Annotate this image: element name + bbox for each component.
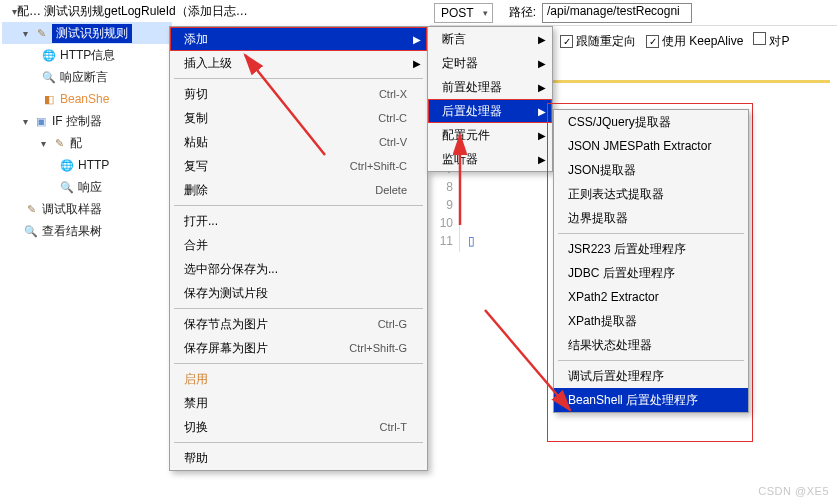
- pp-status[interactable]: 结果状态处理器: [554, 333, 748, 357]
- submenu-assert[interactable]: 断言▶: [428, 27, 552, 51]
- chevron-right-icon: ▶: [413, 58, 421, 69]
- pp-json[interactable]: JSON提取器: [554, 158, 748, 182]
- menu-open[interactable]: 打开...: [170, 209, 427, 233]
- tree-item-if[interactable]: ▾▣IF 控制器: [2, 110, 172, 132]
- method-dropdown[interactable]: POST: [434, 3, 493, 23]
- menu-save-frag[interactable]: 保存为测试片段: [170, 281, 427, 305]
- submenu-config[interactable]: 配置元件▶: [428, 123, 552, 147]
- if-icon: ▣: [33, 113, 49, 129]
- menu-separator: [174, 205, 423, 206]
- tree-item-http2[interactable]: 🌐HTTP: [2, 154, 172, 176]
- pp-debug[interactable]: 调试后置处理程序: [554, 364, 748, 388]
- pp-xpath2[interactable]: XPath2 Extractor: [554, 285, 748, 309]
- submenu-listener[interactable]: 监听器▶: [428, 147, 552, 171]
- menu-delete[interactable]: 删除Delete: [170, 178, 427, 202]
- tree-item-resp[interactable]: 🔍响应: [2, 176, 172, 198]
- menu-save-node[interactable]: 保存节点为图片Ctrl-G: [170, 312, 427, 336]
- menu-separator: [174, 363, 423, 364]
- submenu-pre[interactable]: 前置处理器▶: [428, 75, 552, 99]
- pp-jdbc[interactable]: JDBC 后置处理程序: [554, 261, 748, 285]
- watermark: CSDN @XE5: [758, 485, 829, 497]
- tree-item-results[interactable]: 🔍查看结果树: [2, 220, 172, 242]
- pp-jsr[interactable]: JSR223 后置处理程序: [554, 237, 748, 261]
- menu-separator: [174, 308, 423, 309]
- submenu-timer[interactable]: 定时器▶: [428, 51, 552, 75]
- menu-help[interactable]: 帮助: [170, 446, 427, 470]
- checkbox-icon: ✓: [560, 35, 573, 48]
- chevron-right-icon: ▶: [413, 34, 421, 45]
- pp-jmes[interactable]: JSON JMESPath Extractor: [554, 134, 748, 158]
- pp-regex[interactable]: 正则表达式提取器: [554, 182, 748, 206]
- tree-item-selected[interactable]: ▾✎测试识别规则: [2, 22, 172, 44]
- magnify-icon: 🔍: [23, 223, 39, 239]
- tree-item-bean[interactable]: ◧BeanShe: [2, 88, 172, 110]
- tree-panel: ▾配… 测试识别规getLogRuleId（添加日志… ▾✎测试识别规则 🌐HT…: [2, 0, 172, 242]
- menu-save-sel[interactable]: 选中部分保存为...: [170, 257, 427, 281]
- submenu-postprocessor: CSS/JQuery提取器 JSON JMESPath Extractor JS…: [553, 109, 749, 413]
- pp-boundary[interactable]: 边界提取器: [554, 206, 748, 230]
- pencil-icon: ✎: [51, 135, 67, 151]
- tree-item-debug[interactable]: ✎调试取样器: [2, 198, 172, 220]
- globe-icon: 🌐: [41, 47, 57, 63]
- submenu-add: 断言▶ 定时器▶ 前置处理器▶ 后置处理器▶ 配置元件▶ 监听器▶: [427, 26, 553, 172]
- pencil-icon: ✎: [23, 201, 39, 217]
- menu-insert[interactable]: 插入上级▶: [170, 51, 427, 75]
- checkbox-icon: ✓: [646, 35, 659, 48]
- opt-multipart[interactable]: 对P: [753, 32, 789, 50]
- menu-separator: [558, 360, 744, 361]
- pencil-icon: ✎: [33, 25, 49, 41]
- menu-save-screen[interactable]: 保存屏幕为图片Ctrl+Shift-G: [170, 336, 427, 360]
- tree-item-assert[interactable]: 🔍响应断言: [2, 66, 172, 88]
- route-input[interactable]: /api/manage/testRecogni: [542, 3, 692, 23]
- opt-redirect[interactable]: ✓跟随重定向: [560, 33, 636, 50]
- menu-separator: [174, 78, 423, 79]
- globe-icon: 🌐: [59, 157, 75, 173]
- opt-keepalive[interactable]: ✓使用 KeepAlive: [646, 33, 743, 50]
- menu-paste[interactable]: 粘贴Ctrl-V: [170, 130, 427, 154]
- magnify-icon: 🔍: [41, 69, 57, 85]
- menu-copy[interactable]: 复制Ctrl-C: [170, 106, 427, 130]
- menu-cut[interactable]: 剪切Ctrl-X: [170, 82, 427, 106]
- menu-separator: [174, 442, 423, 443]
- menu-duplicate[interactable]: 复写Ctrl+Shift-C: [170, 154, 427, 178]
- pp-beanshell[interactable]: BeanShell 后置处理程序: [554, 388, 748, 412]
- tree-item-http[interactable]: 🌐HTTP信息: [2, 44, 172, 66]
- tree-item-cfg[interactable]: ▾✎配: [2, 132, 172, 154]
- pp-xpath[interactable]: XPath提取器: [554, 309, 748, 333]
- tree-root-partial[interactable]: ▾配… 测试识别规getLogRuleId（添加日志…: [2, 0, 172, 22]
- toolbar: POST 路径: /api/manage/testRecogni: [430, 0, 837, 26]
- route-label: 路径:: [509, 4, 536, 21]
- context-menu: 添加▶ 插入上级▶ 剪切Ctrl-X 复制Ctrl-C 粘贴Ctrl-V 复写C…: [169, 26, 428, 471]
- menu-enable[interactable]: 启用: [170, 367, 427, 391]
- menu-merge[interactable]: 合并: [170, 233, 427, 257]
- magnify-icon: 🔍: [59, 179, 75, 195]
- submenu-post[interactable]: 后置处理器▶: [428, 99, 552, 123]
- menu-disable[interactable]: 禁用: [170, 391, 427, 415]
- pp-css[interactable]: CSS/JQuery提取器: [554, 110, 748, 134]
- bean-icon: ◧: [41, 91, 57, 107]
- menu-separator: [558, 233, 744, 234]
- menu-toggle[interactable]: 切换Ctrl-T: [170, 415, 427, 439]
- checkbox-icon: [753, 32, 766, 45]
- options-row: ✓跟随重定向 ✓使用 KeepAlive 对P: [560, 30, 833, 52]
- menu-add[interactable]: 添加▶: [170, 27, 427, 51]
